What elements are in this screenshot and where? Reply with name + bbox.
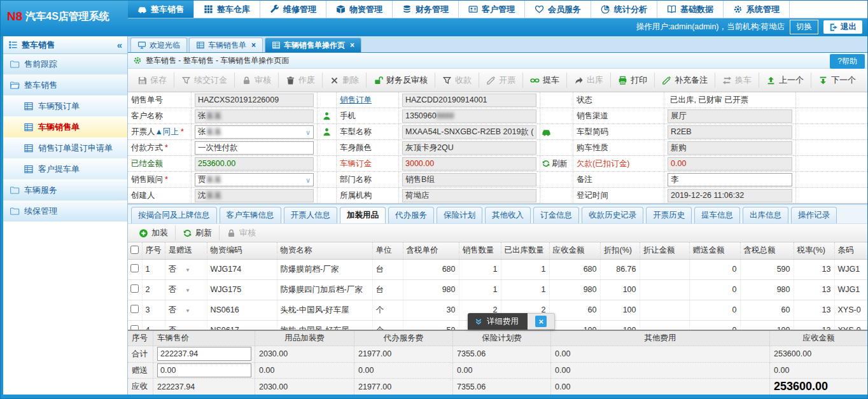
subtab-invoice-history[interactable]: 开票历史 [646,207,692,223]
nav-tab-materials[interactable]: 物资管理 [326,1,393,18]
sale-order-link[interactable]: 销售订单 [337,92,399,108]
field-label: 车型简码 [573,124,664,139]
subtab-customer-vehicle[interactable]: 客户车辆信息 [220,207,281,223]
detail-fees-toggle[interactable]: 详细费用 [468,313,528,330]
gift-select[interactable]: 否▼ [165,300,207,320]
outbound-button[interactable]: 出库 [567,73,611,88]
field-label: 创建人 [128,188,192,203]
previous-record-button[interactable]: 上一个 [759,73,811,88]
grid-row-2[interactable]: 2 否▼ WJG175 防爆膜四门加后档-厂家 台 980 1 1 980 10… [128,279,867,300]
delete-button[interactable]: 删除 [323,73,367,88]
grid-refresh-button[interactable]: 刷新 [176,225,220,241]
select-all-checkbox[interactable] [130,246,139,254]
switch-org-button[interactable]: 切换 [790,20,818,34]
gift-select[interactable]: 否▼ [165,259,207,279]
logout-button[interactable]: 退出 [823,20,862,34]
subtab-other-income[interactable]: 其他收入 [485,207,531,223]
subtab-pickup-info[interactable]: 提车信息 [694,207,740,223]
sidebar-item-vehicle-sales-group[interactable]: 整车销售 [3,75,127,96]
doc-icon [24,122,34,132]
sidebar-title: 整车销售 [22,39,55,51]
row-checkbox[interactable] [130,284,139,293]
sidebar-item-renewal-insurance[interactable]: 续保管理 [3,201,127,222]
sidebar-collapse-icon[interactable]: « [117,40,122,50]
person-icon[interactable] [322,111,332,121]
sidebar-item-order-cancel-request[interactable]: 销售订单退订申请单 [3,138,127,159]
nav-tab-customers[interactable]: 客户管理 [459,1,525,18]
car-icon[interactable] [542,127,551,137]
sidebar-item-vehicle-service[interactable]: 车辆服务 [3,180,127,201]
advisor-select[interactable]: 贾某某 [195,173,314,186]
refresh-button[interactable]: 刷新 [542,158,568,169]
receive-payment-button[interactable]: 收款 [435,73,479,88]
sidebar-item-vehicle-preorder[interactable]: 车辆预订单 [3,96,127,117]
gift-select[interactable]: 否▼ [165,279,207,300]
sidebar-item-presale-tracking[interactable]: 售前跟踪 [3,54,127,75]
print-button[interactable]: 打印 [611,73,655,88]
subtab-outbound-info[interactable]: 出库信息 [743,207,788,223]
subtab-mortgage-plate[interactable]: 按揭合同及上牌信息 [131,207,217,223]
remark-input[interactable] [668,173,792,186]
nav-tab-statistics[interactable]: 统计分析 [591,1,657,18]
swap-vehicle-button[interactable]: 换车 [715,73,759,88]
wrench-icon [270,4,279,14]
subtab-operation-log[interactable]: 操作记录 [791,207,837,223]
vehicle-price-total-input[interactable] [157,347,251,361]
gift-select[interactable]: 否▼ [165,320,207,330]
void-button[interactable]: 作废 [279,73,323,88]
next-record-button[interactable]: 下一个 [811,73,863,88]
field-label: 销售渠道 [573,108,664,123]
nav-tab-base-data[interactable]: 基础数据 [657,1,724,18]
close-icon[interactable]: × [251,41,256,50]
subtab-payment-history[interactable]: 收款历史记录 [582,207,643,223]
subtab-accessories[interactable]: 加装用品 [340,207,386,223]
row-checkbox[interactable] [130,325,139,330]
sidebar-item-customer-pickup[interactable]: 客户提车单 [3,159,127,180]
row-checkbox[interactable] [130,305,139,313]
row-checkbox[interactable] [130,264,139,272]
main-nav: 整车销售 整车仓库 维修管理 物资管理 财务管理 [128,1,867,18]
invoicer-select[interactable]: 张某某 [195,125,314,139]
close-icon[interactable]: × [350,41,354,50]
audit-button[interactable]: 审核 [235,73,279,88]
tab-vehicle-sales-order-edit[interactable]: 车辆销售单操作页 × [265,38,361,52]
renew-deposit-button[interactable]: 续交订金 [174,73,235,88]
nav-tab-system[interactable]: 系统管理 [724,1,790,18]
subtab-invoicer-info[interactable]: 开票人信息 [284,207,338,223]
grid-audit-button[interactable]: 审核 [220,225,263,241]
save-button[interactable]: 保存 [130,73,174,88]
same-as-above-link[interactable]: ▲同上 [155,127,179,137]
sidebar-item-vehicle-sales-order[interactable]: 车辆销售单 [3,117,127,138]
add-accessory-button[interactable]: 加装 [132,225,176,241]
nav-tab-vehicle-sales[interactable]: 整车销售 [128,1,194,18]
field-label: 车型名称 [337,124,399,139]
x-mark-icon [330,76,339,85]
close-icon[interactable] [535,316,547,327]
tab-vehicle-sales-order[interactable]: 车辆销售单 × [189,38,263,52]
gear-icon [133,56,142,65]
nav-tab-vehicle-warehouse[interactable]: 整车仓库 [194,1,260,18]
help-button[interactable]: ?帮助 [830,54,865,69]
tab-welcome[interactable]: 欢迎光临 [130,38,187,52]
person-icon[interactable] [322,127,332,137]
nav-tab-repair[interactable]: 维修管理 [260,1,326,18]
add-remark-button[interactable]: 补充备注 [655,73,715,88]
customer-name-field: 张某某 [195,109,314,123]
nav-tab-finance[interactable]: 财务管理 [393,1,459,18]
finance-unaudit-button[interactable]: 财务反审核 [367,73,435,88]
payment-input[interactable] [195,141,314,155]
subtab-deposit-info[interactable]: 订金信息 [533,207,579,223]
content-tabs: 欢迎光临 车辆销售单 × 车辆销售单操作页 × [128,36,867,53]
status-value: 已出库, 已财审 已开票 [668,95,748,106]
grid-row-1[interactable]: 1 否▼ WJG174 防爆膜前档-厂家 台 680 1 1 680 86.76… [128,259,867,279]
folder-open-icon [10,80,20,90]
order-form: 销售单号 HAZCXS20191226009 销售订单 HAZCDD201909… [128,92,867,204]
invoice-button[interactable]: 开票 [479,73,523,88]
nav-tab-members[interactable]: 会员服务 [525,1,591,18]
subtab-insurance-plan[interactable]: 保险计划 [437,207,482,223]
pickup-button[interactable]: 提车 [523,73,567,88]
subtab-agency-service[interactable]: 代办服务 [388,207,434,223]
channel-field: 展厅 [668,109,792,123]
vehicle-price-gift-input[interactable] [157,363,251,377]
settled-amount-field: 253600.00 [195,157,314,171]
